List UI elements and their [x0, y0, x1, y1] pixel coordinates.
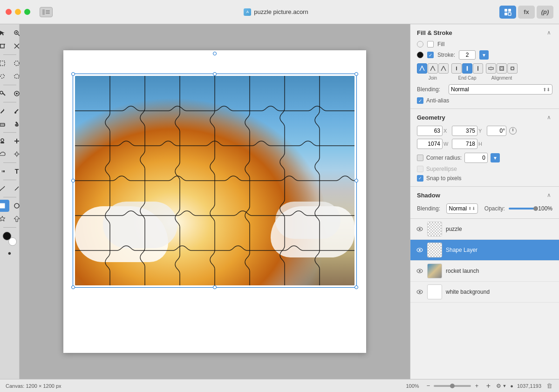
shadow-blend-select[interactable]: Normal ⬆⬇	[446, 203, 477, 214]
medium-circle-tool[interactable]: ●	[3, 247, 17, 259]
svg-rect-5	[508, 9, 511, 12]
superellipse-label: Superellipse	[426, 166, 457, 172]
eye-icon-rocket[interactable]	[416, 267, 423, 275]
layer-thumb-shape	[427, 243, 442, 257]
height-input[interactable]: 718	[452, 139, 477, 149]
handle-bl[interactable]	[71, 285, 75, 289]
handle-br[interactable]	[354, 285, 358, 289]
pen-tool[interactable]	[0, 105, 9, 117]
layer-white-bg[interactable]: white background	[410, 282, 559, 303]
rotation-dial[interactable]	[509, 127, 517, 135]
svg-point-64	[419, 291, 421, 293]
align-btn-2[interactable]	[497, 63, 507, 74]
zoom-slider-thumb[interactable]	[450, 384, 455, 388]
fill-label: Fill	[437, 41, 444, 47]
stamp-tool[interactable]	[0, 135, 9, 147]
handle-tr[interactable]	[354, 72, 358, 76]
rotation-input[interactable]: 0°	[487, 126, 506, 136]
p-btn[interactable]: (p)	[537, 6, 553, 19]
arrow-tool[interactable]	[0, 27, 9, 39]
settings-btn[interactable]: ⚙ ▼	[496, 383, 506, 389]
stroke-dropdown-btn[interactable]: ▼	[479, 50, 489, 60]
svg-rect-53	[501, 68, 503, 69]
handle-mr[interactable]	[354, 179, 358, 182]
rect-shape-tool[interactable]	[0, 200, 9, 212]
magic-wand-tool[interactable]	[0, 88, 9, 100]
handle-ml[interactable]	[71, 179, 75, 182]
stroke-checkbox[interactable]	[427, 52, 434, 58]
delete-layer-btn[interactable]: 🗑	[545, 382, 553, 390]
toolbar-divider-8	[3, 227, 16, 228]
eraser-tool[interactable]	[0, 118, 9, 130]
star-shape-tool[interactable]	[0, 213, 9, 225]
geometry-toggle[interactable]: ∧	[545, 114, 552, 121]
join-btn-1[interactable]	[417, 63, 427, 74]
eye-icon-puzzle[interactable]	[416, 225, 423, 233]
marquee-rect-tool[interactable]	[0, 57, 9, 69]
canvas-area[interactable]: .puzzle-line { stroke: #111; stroke-widt…	[20, 24, 410, 379]
layer-shape[interactable]: Shape Layer	[410, 240, 559, 261]
lasso-tool[interactable]	[0, 70, 9, 82]
gradient-tool[interactable]	[0, 165, 9, 177]
fill-stroke-toggle[interactable]: ∧	[545, 29, 552, 36]
stroke-value-input[interactable]: 2	[459, 50, 476, 60]
y-input[interactable]: 375	[452, 126, 477, 136]
antialias-checkbox[interactable]	[417, 97, 423, 104]
canvas-white[interactable]: .puzzle-line { stroke: #111; stroke-widt…	[63, 50, 366, 353]
fx-btn[interactable]: fx	[518, 6, 535, 19]
handle-above-tc[interactable]	[213, 52, 217, 55]
width-input[interactable]: 1074	[417, 139, 443, 149]
cloud-tool[interactable]	[0, 148, 9, 160]
toolbar-tool-btn[interactable]	[499, 6, 516, 19]
close-button[interactable]	[6, 9, 12, 15]
svg-rect-0	[42, 9, 45, 15]
blending-select[interactable]: Normal ⬆⬇	[449, 84, 552, 95]
snap-to-pixels-row: ✓ Snap to pixels	[417, 175, 552, 182]
handle-tl[interactable]	[71, 72, 75, 76]
superellipse-checkbox[interactable]	[417, 166, 423, 172]
eye-icon-white-bg[interactable]	[416, 288, 423, 296]
handle-bc[interactable]	[213, 285, 217, 289]
opacity-slider[interactable]	[509, 208, 534, 210]
join-label: Join	[429, 75, 437, 81]
eye-icon-shape[interactable]	[416, 246, 423, 254]
end-cap-label: End Cap	[458, 75, 477, 81]
background-color-swatch[interactable]	[3, 232, 11, 240]
end-cap-btn-1[interactable]	[451, 63, 462, 74]
status-right: + ⚙ ▼ ● 1037,1193 🗑	[484, 382, 553, 390]
join-btn-3[interactable]	[438, 63, 449, 74]
small-circle-tool[interactable]: ●	[0, 247, 2, 259]
layer-puzzle[interactable]: puzzle	[410, 219, 559, 240]
layer-rocket[interactable]: rocket launch	[410, 261, 559, 282]
fill-checkbox[interactable]	[427, 41, 434, 47]
minimize-button[interactable]	[15, 9, 21, 15]
w-label: W	[443, 141, 449, 147]
corner-radius-input[interactable]: 0	[464, 153, 488, 163]
end-cap-btn-2[interactable]	[462, 63, 472, 74]
stroke-radio[interactable]	[417, 52, 423, 58]
svg-line-21	[3, 93, 5, 95]
crop-tool[interactable]	[0, 40, 9, 52]
join-group: Join	[417, 63, 449, 81]
join-btn-2[interactable]	[428, 63, 438, 74]
fill-radio[interactable]	[417, 41, 423, 47]
handle-tc[interactable]	[213, 72, 217, 76]
shadow-toggle[interactable]: ∧	[545, 191, 552, 199]
align-btn-1[interactable]	[486, 63, 496, 74]
toolbar-divider-7	[3, 197, 16, 197]
end-cap-btn-3[interactable]	[473, 63, 483, 74]
sidebar-toggle-button[interactable]	[40, 7, 53, 17]
maximize-button[interactable]	[24, 9, 30, 15]
x-input[interactable]: 63	[417, 126, 443, 136]
add-layer-btn[interactable]: +	[484, 382, 492, 390]
corner-radius-checkbox[interactable]	[417, 155, 423, 161]
bezier-pen-tool[interactable]	[0, 182, 9, 195]
snap-checkbox[interactable]: ✓	[417, 175, 423, 182]
svg-marker-44	[14, 216, 20, 222]
zoom-plus-btn[interactable]: +	[473, 382, 480, 390]
antialias-label: Anti-alias	[426, 97, 449, 104]
corner-radius-dropdown[interactable]: ▼	[491, 153, 500, 162]
align-btn-3[interactable]	[507, 63, 518, 74]
zoom-slider[interactable]	[434, 385, 471, 387]
zoom-minus-btn[interactable]: −	[424, 382, 432, 390]
